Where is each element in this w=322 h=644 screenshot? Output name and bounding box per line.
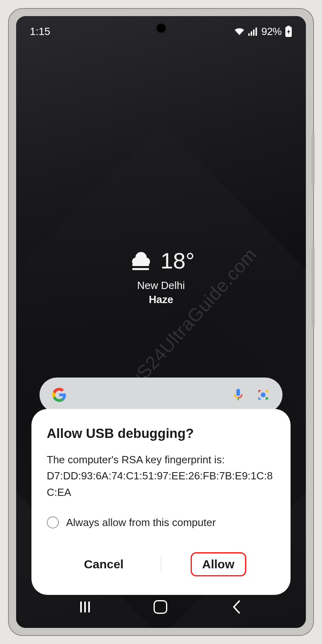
google-search-bar[interactable] [39, 378, 283, 412]
google-logo-icon [52, 387, 67, 402]
side-button-top [312, 134, 315, 186]
always-allow-row[interactable]: Always allow from this computer [47, 516, 275, 529]
status-bar: 1:15 92% [16, 23, 306, 39]
battery-charging-icon [285, 26, 292, 37]
dialog-body: The computer's RSA key fingerprint is: D… [47, 452, 275, 500]
phone-frame: 1:15 92% [8, 8, 314, 636]
svg-rect-0 [248, 33, 250, 36]
svg-rect-6 [132, 264, 149, 266]
side-button-bottom [312, 246, 315, 327]
navigation-bar [16, 595, 306, 619]
svg-rect-7 [132, 268, 149, 270]
mic-icon[interactable] [231, 388, 245, 402]
allow-highlight-box: Allow [191, 552, 246, 576]
haze-icon [127, 249, 153, 273]
svg-point-8 [261, 392, 266, 397]
svg-rect-3 [256, 27, 257, 35]
svg-rect-1 [251, 31, 252, 36]
weather-condition: Haze [16, 293, 306, 306]
weather-widget[interactable]: 18° New Delhi Haze [16, 248, 306, 306]
svg-rect-2 [253, 29, 255, 36]
recents-button[interactable] [80, 601, 90, 613]
weather-location: New Delhi [16, 279, 306, 292]
google-lens-icon[interactable] [256, 388, 270, 402]
checkbox-unchecked-icon[interactable] [47, 516, 59, 528]
status-time: 1:15 [30, 25, 50, 38]
back-button[interactable] [231, 600, 242, 614]
cancel-button[interactable]: Cancel [47, 551, 161, 578]
rsa-fingerprint: D7:DD:93:6A:74:C1:51:97:EE:26:FB:7B:E9:1… [47, 470, 273, 498]
svg-point-9 [266, 397, 268, 400]
battery-percent: 92% [261, 25, 282, 38]
usb-debugging-dialog: Allow USB debugging? The computer's RSA … [31, 409, 291, 595]
allow-button[interactable]: Allow [161, 546, 275, 583]
weather-temperature: 18° [160, 248, 195, 274]
wifi-icon [234, 27, 245, 36]
home-screen: 1:15 92% [16, 16, 306, 628]
cellular-signal-icon [248, 27, 258, 36]
dialog-body-intro: The computer's RSA key fingerprint is: [47, 454, 224, 466]
home-button[interactable] [154, 600, 167, 614]
svg-rect-5 [287, 26, 290, 27]
always-allow-label: Always allow from this computer [66, 516, 216, 529]
dialog-title: Allow USB debugging? [47, 426, 275, 441]
